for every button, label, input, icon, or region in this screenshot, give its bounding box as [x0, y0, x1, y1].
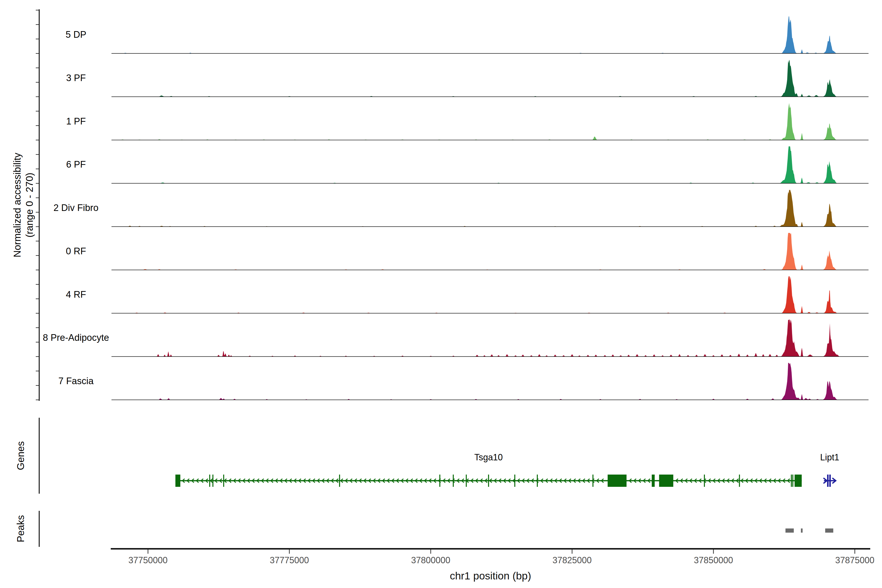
gene-exon-block [608, 475, 627, 487]
gene-exon-block [795, 475, 802, 487]
track-label: 4 RF [24, 290, 128, 300]
coverage-plot-canvas [0, 0, 882, 588]
x-tick-label: 37825000 [536, 555, 609, 566]
x-tick-label: 37850000 [677, 555, 750, 566]
track-label: 2 Div Fibro [24, 202, 128, 213]
genome-coverage-figure: Normalized accessibility (range 0 - 270)… [0, 0, 882, 588]
gene-exon-tick [704, 475, 705, 487]
coverage-area-0-rf [111, 233, 868, 270]
axis-minor-tick [36, 327, 39, 328]
peaks-section-label: Peaks [15, 491, 26, 567]
gene-exon-tick [439, 475, 440, 487]
x-axis-title: chr1 position (bp) [393, 570, 588, 582]
axis-minor-tick [36, 96, 39, 97]
peak-region-box [801, 528, 802, 532]
gene-exon-block [830, 475, 831, 487]
x-axis-tick [289, 549, 290, 554]
gene-exon-tick [791, 475, 792, 487]
gene-label: Tsga10 [452, 452, 525, 462]
axis-minor-tick [36, 24, 39, 25]
genes-section-label: Genes [15, 418, 26, 494]
x-axis-tick [572, 549, 573, 554]
gene-exon-tick [739, 475, 740, 487]
coverage-area-8-pre-adipocyte [111, 320, 868, 357]
y-axis-label-line1: Normalized accessibility [11, 129, 23, 281]
coverage-area-7-fascia [111, 363, 868, 400]
gene-exon-tick [488, 475, 489, 487]
track-label: 1 PF [24, 116, 128, 127]
x-tick-label: 37800000 [394, 555, 468, 566]
x-tick-label: 37750000 [111, 555, 185, 566]
coverage-area-4-rf [111, 276, 868, 314]
gene-exon-tick [514, 475, 515, 487]
coverage-area-1-pf [111, 103, 868, 140]
gene-exon-tick [792, 475, 793, 487]
x-axis-tick [713, 549, 714, 554]
gene-exon-tick [223, 475, 224, 487]
x-axis-tick [855, 549, 855, 554]
gene-exon-block [827, 475, 829, 487]
gene-exon-tick [537, 475, 538, 487]
gene-exon-block [652, 475, 655, 487]
gene-exon-tick [466, 475, 467, 487]
gene-exon-block [176, 475, 180, 487]
axis-minor-tick [36, 68, 39, 68]
gene-exon-block [659, 475, 673, 487]
x-axis-tick [430, 549, 431, 554]
gene-exon-tick [339, 475, 340, 487]
gene-exon-tick [592, 475, 593, 487]
x-axis-tick [148, 549, 148, 554]
track-label: 5 DP [24, 29, 128, 40]
track-label: 8 Pre-Adipocyte [24, 333, 128, 343]
coverage-area-6-pf [111, 146, 868, 183]
gene-exon-tick [209, 475, 210, 487]
x-tick-label: 37775000 [253, 555, 326, 566]
axis-minor-tick [36, 53, 39, 54]
axis-minor-tick [36, 10, 39, 10]
track-label: 7 Fascia [24, 376, 128, 386]
axis-minor-tick [36, 313, 39, 314]
peak-region-box [786, 528, 794, 532]
track-label: 0 RF [24, 246, 128, 256]
track-label: 3 PF [24, 73, 128, 83]
axis-minor-tick [36, 284, 39, 285]
axis-minor-tick [36, 111, 39, 111]
gene-exon-tick [212, 475, 213, 487]
gene-exon-tick [453, 475, 454, 487]
peak-region-box [825, 528, 833, 532]
track-label: 6 PF [24, 159, 128, 170]
axis-minor-tick [36, 370, 39, 371]
coverage-area-5-dp [111, 16, 868, 53]
axis-minor-tick [36, 356, 39, 357]
coverage-area-3-pf [111, 60, 868, 97]
gene-label: Lipt1 [793, 452, 867, 462]
x-tick-label: 37875000 [818, 555, 882, 566]
coverage-area-2-div-fibro [111, 190, 868, 226]
axis-minor-tick [36, 400, 39, 400]
